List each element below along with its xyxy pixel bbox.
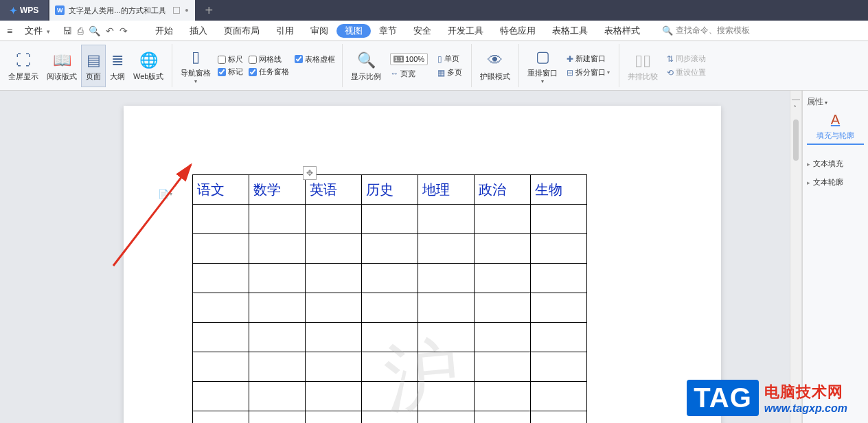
print-icon[interactable]: ⎙ (78, 25, 83, 36)
ribbon-group-eyecare: 👁护眼模式 (472, 44, 519, 87)
tag-site-url: www.tagxp.com (764, 402, 847, 415)
document-table[interactable]: 语文 数学 英语 历史 地理 政治 生物 (192, 174, 587, 423)
quick-access-toolbar: 🖫 ⎙ 🔍 ↶ ↷ (56, 25, 135, 36)
table-move-handle[interactable]: ✥ (303, 166, 317, 180)
reset-position-button: ⟲重设位置 (665, 67, 708, 78)
undo-icon[interactable]: ↶ (106, 25, 114, 36)
menu-bar: ≡ 文件 ▾ 🖫 ⎙ 🔍 ↶ ↷ 开始 插入 页面布局 引用 审阅 视图 章节 … (0, 21, 868, 41)
ribbon-group-view-modes: ⛶全屏显示 📖阅读版式 ▤页面 ≣大纲 🌐Web版式 (0, 44, 172, 87)
ribbon-group-zoom: 🔍显示比例 1:1100% ↔页宽 ▯单页 ▦多页 (343, 44, 472, 87)
eye-care-button[interactable]: 👁护眼模式 (476, 45, 514, 87)
command-search[interactable]: 🔍 查找命令、搜索模板 (662, 25, 750, 36)
document-tab[interactable]: W 文字是人类用...的方式和工具 • (49, 0, 195, 21)
redo-icon[interactable]: ↷ (119, 25, 128, 36)
side-by-side-button[interactable]: ▯▯并排比较 (624, 45, 662, 87)
sidebar-title[interactable]: 属性▾ (807, 96, 864, 108)
tab-modified-dot: • (185, 5, 189, 16)
add-tab-button[interactable]: + (195, 3, 222, 19)
nav-pane-button[interactable]: ▯导航窗格▾ (176, 45, 215, 87)
search-icon: 🔍 (662, 25, 673, 36)
ribbon-group-compare: ▯▯并排比较 ⇅同步滚动 ⟲重设位置 (619, 44, 715, 87)
tab-window-icon[interactable] (173, 7, 180, 14)
preview-icon[interactable]: 🔍 (89, 25, 100, 36)
annotation-arrow (110, 159, 199, 269)
table-header-cell[interactable]: 历史 (362, 175, 418, 205)
table-row (193, 234, 587, 264)
tab-security[interactable]: 安全 (405, 21, 439, 41)
tab-start[interactable]: 开始 (147, 21, 181, 41)
table-row (193, 382, 587, 411)
table-row (193, 264, 587, 293)
ribbon: ⛶全屏显示 📖阅读版式 ▤页面 ≣大纲 🌐Web版式 ▯导航窗格▾ 标尺 标记 … (0, 41, 868, 91)
document-page[interactable]: 📄▾ ✥ 语文 数学 英语 历史 地理 政治 生物 沪 (124, 106, 721, 423)
fullscreen-button[interactable]: ⛶全屏显示 (4, 45, 43, 87)
multi-page-button[interactable]: ▦多页 (435, 67, 464, 78)
single-page-button[interactable]: ▯单页 (435, 53, 464, 65)
wps-logo[interactable]: ✦WPS (0, 0, 48, 21)
watermark-badge: TAG 电脑技术网 www.tagxp.com (687, 380, 847, 416)
svg-line-0 (113, 165, 191, 266)
tab-review[interactable]: 审阅 (302, 21, 336, 41)
tab-developer[interactable]: 开发工具 (439, 21, 492, 41)
table-row (193, 205, 587, 234)
ribbon-tabs: 开始 插入 页面布局 引用 审阅 视图 章节 安全 开发工具 特色应用 表格工具… (147, 21, 648, 41)
ribbon-group-show: ▯导航窗格▾ 标尺 标记 网格线 任务窗格 表格虚框 (172, 44, 343, 87)
table-row (193, 293, 587, 323)
table-row (193, 323, 587, 352)
table-row (193, 352, 587, 382)
file-menu[interactable]: 文件 ▾ (19, 25, 56, 37)
tab-table-style[interactable]: 表格样式 (596, 21, 648, 41)
sidebar-tab-fill-outline[interactable]: 填充与轮廓 (807, 130, 864, 145)
tag-site-name: 电脑技术网 (764, 382, 847, 402)
sync-scroll-button: ⇅同步滚动 (665, 53, 708, 65)
ruler-checkbox[interactable]: 标尺 (218, 54, 243, 65)
tab-chapter[interactable]: 章节 (371, 21, 405, 41)
table-frame-checkbox[interactable]: 表格虚框 (295, 54, 335, 65)
outline-mode-button[interactable]: ≣大纲 (106, 45, 129, 87)
save-icon[interactable]: 🖫 (62, 25, 72, 36)
tab-special[interactable]: 特色应用 (492, 21, 544, 41)
task-pane-checkbox[interactable]: 任务窗格 (249, 67, 289, 77)
tab-references[interactable]: 引用 (268, 21, 302, 41)
grid-checkbox[interactable]: 网格线 (249, 54, 289, 65)
split-window-button[interactable]: ⊟拆分窗口▾ (564, 67, 612, 78)
table-header-cell[interactable]: 数学 (249, 175, 306, 205)
document-title: 文字是人类用...的方式和工具 (69, 5, 165, 16)
sidebar-item-text-fill[interactable]: ▸文本填充 (807, 155, 864, 173)
table-header-cell[interactable]: 语文 (193, 175, 249, 205)
vertical-scrollbar[interactable]: ˄ (790, 91, 802, 423)
scroll-up-icon[interactable]: ˄ (793, 104, 797, 112)
word-doc-icon: W (55, 5, 65, 15)
tab-page-layout[interactable]: 页面布局 (216, 21, 268, 41)
tab-view[interactable]: 视图 (336, 24, 371, 38)
ribbon-group-window: ▢重排窗口▾ ✚新建窗口 ⊟拆分窗口▾ (519, 44, 619, 87)
page-width-button[interactable]: ↔页宽 (388, 68, 430, 80)
zoom-button[interactable]: 🔍显示比例 (347, 45, 385, 87)
web-mode-button[interactable]: 🌐Web版式 (129, 45, 168, 87)
sidebar-item-text-outline[interactable]: ▸文本轮廓 (807, 173, 864, 192)
zoom-value[interactable]: 1:1100% (388, 52, 430, 66)
read-mode-button[interactable]: 📖阅读版式 (43, 45, 81, 87)
table-header-cell[interactable]: 生物 (531, 175, 587, 205)
mark-checkbox[interactable]: 标记 (218, 67, 243, 77)
title-bar: ✦WPS W 文字是人类用...的方式和工具 • + (0, 0, 868, 21)
table-row (193, 411, 587, 424)
workspace: 📄▾ ✥ 语文 数学 英语 历史 地理 政治 生物 沪 (0, 91, 802, 423)
tab-insert[interactable]: 插入 (181, 21, 216, 41)
scrollbar-thumb[interactable] (793, 119, 799, 161)
table-header-cell[interactable]: 政治 (475, 175, 531, 205)
tab-table-tools[interactable]: 表格工具 (544, 21, 596, 41)
tag-logo: TAG (687, 380, 758, 416)
rearrange-window-button[interactable]: ▢重排窗口▾ (523, 45, 562, 87)
properties-sidebar: 属性▾ A 填充与轮廓 ▸文本填充 ▸文本轮廓 (802, 91, 868, 423)
table-header-row: 语文 数学 英语 历史 地理 政治 生物 (193, 175, 587, 205)
text-style-icon: A (807, 112, 864, 128)
new-window-button[interactable]: ✚新建窗口 (564, 53, 612, 65)
table-header-cell[interactable]: 地理 (418, 175, 475, 205)
page-mode-button[interactable]: ▤页面 (81, 45, 106, 87)
hamburger-menu[interactable]: ≡ (0, 25, 19, 36)
